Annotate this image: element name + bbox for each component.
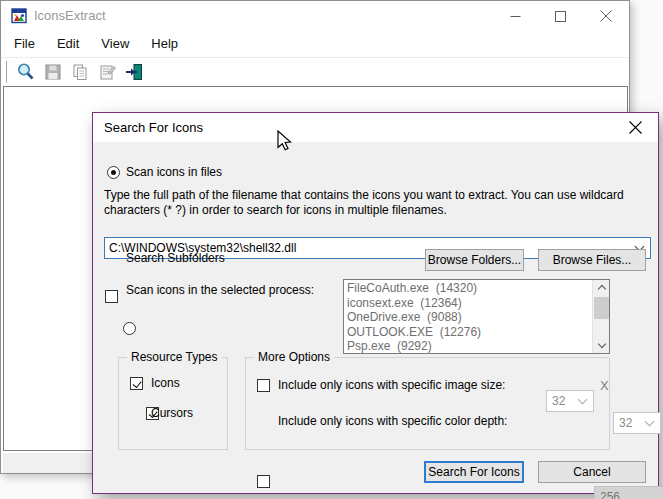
- resource-types-group: Resource Types Icons Cursors: [118, 357, 228, 450]
- chevron-down-icon: [644, 416, 654, 426]
- save-icon: [43, 62, 63, 82]
- chevron-down-icon: [597, 340, 605, 348]
- menu-item-view[interactable]: View: [90, 31, 140, 57]
- cancel-button[interactable]: Cancel: [538, 461, 646, 483]
- maximize-button[interactable]: [538, 1, 583, 31]
- specific-depth-checkbox[interactable]: [257, 475, 270, 488]
- scan-files-label: Scan icons in files: [126, 165, 222, 179]
- scan-process-radio[interactable]: [123, 322, 136, 335]
- process-list-item[interactable]: OneDrive.exe (9088): [344, 310, 592, 325]
- process-list-item[interactable]: OUTLOOK.EXE (12276): [344, 325, 592, 340]
- process-list-scrollbar[interactable]: [592, 280, 609, 353]
- size-height-combobox[interactable]: 32: [613, 412, 661, 434]
- process-list-item[interactable]: iconsext.exe (12364): [344, 296, 592, 311]
- menu-item-file[interactable]: File: [3, 31, 46, 57]
- process-list: FileCoAuth.exe (14320) iconsext.exe (123…: [344, 281, 592, 353]
- specific-size-label: Include only icons with specific image s…: [278, 378, 505, 392]
- instructions-text: Type the full path of the filename that …: [104, 188, 657, 218]
- minimize-icon: [510, 11, 521, 22]
- exit-toolbar-button[interactable]: [120, 59, 147, 85]
- dialog-titlebar: Search For Icons: [93, 113, 658, 142]
- copy-icon: [70, 62, 90, 82]
- chevron-down-icon: [577, 394, 587, 404]
- icons-checkbox[interactable]: [130, 377, 143, 390]
- close-button[interactable]: [583, 1, 628, 31]
- scan-files-radio[interactable]: [107, 166, 120, 179]
- scan-process-label: Scan icons in the selected process:: [126, 283, 314, 297]
- browse-files-button[interactable]: Browse Files...: [538, 249, 646, 271]
- process-list-item[interactable]: Psp.exe (9292): [344, 339, 592, 353]
- search-for-icons-dialog: Search For Icons Scan icons in files Typ…: [92, 112, 659, 494]
- properties-icon: [97, 62, 117, 82]
- browse-folders-button[interactable]: Browse Folders...: [425, 249, 524, 271]
- caption-buttons: [493, 1, 628, 31]
- app-icon: [11, 8, 27, 24]
- color-depth-value: 256: [600, 487, 620, 499]
- search-icon: [16, 62, 36, 82]
- save-toolbar-button[interactable]: [39, 59, 66, 85]
- size-height-dropdown-button[interactable]: [640, 413, 658, 433]
- maximize-icon: [555, 11, 566, 22]
- copy-toolbar-button[interactable]: [66, 59, 93, 85]
- toolbar-separator: [6, 61, 8, 83]
- chevron-up-icon: [597, 285, 605, 293]
- size-width-combobox[interactable]: 32: [546, 390, 594, 412]
- specific-depth-label: Include only icons with specific color d…: [278, 414, 507, 428]
- process-listbox[interactable]: FileCoAuth.exe (14320) iconsext.exe (123…: [343, 279, 610, 354]
- search-for-icons-button[interactable]: Search For Icons: [424, 461, 524, 483]
- size-width-value: 32: [552, 391, 565, 411]
- search-subfolders-label: Search Subfolders: [126, 251, 225, 265]
- size-width-dropdown-button[interactable]: [573, 391, 591, 411]
- more-options-legend: More Options: [254, 350, 334, 364]
- color-depth-combobox[interactable]: 256: [594, 486, 663, 499]
- scrollbar-up-button[interactable]: [593, 280, 610, 295]
- minimize-button[interactable]: [493, 1, 538, 31]
- search-toolbar-button[interactable]: [12, 59, 39, 85]
- dialog-body: Scan icons in files Type the full path o…: [93, 142, 658, 493]
- close-icon: [600, 10, 612, 22]
- scrollbar-down-button[interactable]: [593, 338, 610, 353]
- cursors-label: Cursors: [151, 406, 193, 420]
- process-list-item[interactable]: FileCoAuth.exe (14320): [344, 281, 592, 296]
- more-options-group: More Options Include only icons with spe…: [245, 357, 610, 450]
- specific-size-checkbox[interactable]: [257, 379, 270, 392]
- dialog-close-icon: [629, 121, 642, 134]
- menu-bar: File Edit View Help: [1, 31, 629, 57]
- menu-item-edit[interactable]: Edit: [46, 31, 90, 57]
- size-separator: X: [600, 378, 609, 393]
- toolbar: [1, 57, 629, 86]
- resource-types-legend: Resource Types: [127, 350, 222, 364]
- scrollbar-thumb[interactable]: [594, 297, 609, 319]
- properties-toolbar-button[interactable]: [93, 59, 120, 85]
- size-height-value: 32: [619, 413, 632, 433]
- dialog-title: Search For Icons: [104, 113, 203, 142]
- window-title: IconsExtract: [34, 1, 106, 31]
- dialog-close-button[interactable]: [613, 113, 658, 142]
- menu-item-help[interactable]: Help: [140, 31, 189, 57]
- main-titlebar: IconsExtract: [1, 1, 629, 31]
- icons-label: Icons: [151, 376, 180, 390]
- search-subfolders-checkbox[interactable]: [105, 290, 118, 303]
- exit-icon: [124, 62, 144, 82]
